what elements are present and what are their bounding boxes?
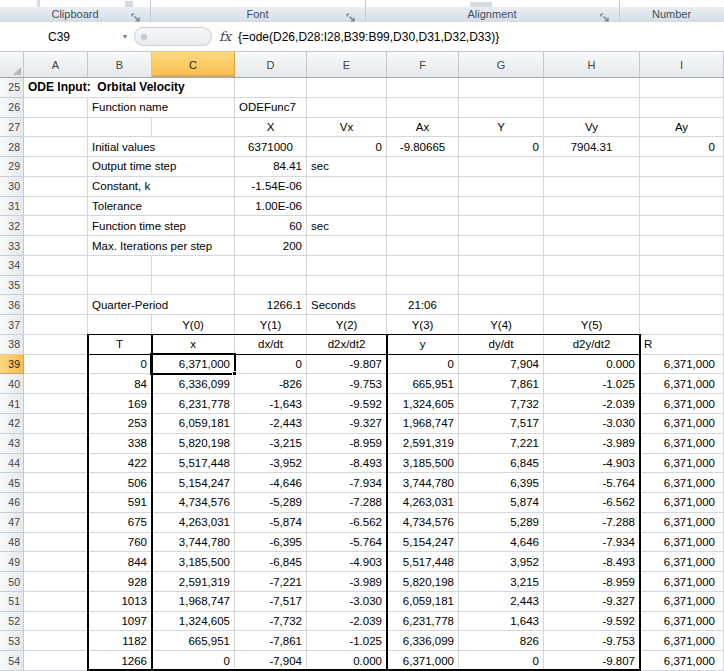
row-header-36[interactable]: 36 bbox=[0, 295, 24, 315]
cell-E38[interactable]: d2x/dt2 bbox=[307, 335, 387, 355]
cell-C47[interactable]: 4,263,031 bbox=[152, 513, 235, 533]
cell-F44[interactable]: 3,185,500 bbox=[387, 454, 459, 474]
cell-A44[interactable] bbox=[24, 454, 88, 474]
cell-A28[interactable] bbox=[24, 137, 88, 157]
cell-E48[interactable]: -5.764 bbox=[307, 533, 387, 553]
cell-B42[interactable]: 253 bbox=[88, 414, 152, 434]
row-header-53[interactable]: 53 bbox=[0, 631, 24, 651]
cell-H54[interactable]: -9.807 bbox=[544, 651, 640, 671]
cell-F31[interactable] bbox=[387, 197, 459, 217]
cell-H44[interactable]: -4.903 bbox=[544, 454, 640, 474]
cell-F27[interactable]: Ax bbox=[387, 118, 459, 138]
cell-D50[interactable]: -7,221 bbox=[235, 572, 307, 592]
cell-E27[interactable]: Vx bbox=[307, 118, 387, 138]
cell-G32[interactable] bbox=[459, 216, 544, 236]
cell-F29[interactable] bbox=[387, 157, 459, 177]
cell-A41[interactable] bbox=[24, 394, 88, 414]
cell-I37[interactable] bbox=[640, 315, 724, 335]
name-box[interactable]: C39 bbox=[0, 22, 118, 51]
cell-D53[interactable]: -7,861 bbox=[235, 631, 307, 651]
cell-F30[interactable] bbox=[387, 177, 459, 197]
cell-F26[interactable] bbox=[387, 98, 459, 118]
cell-D46[interactable]: -5,289 bbox=[235, 493, 307, 513]
cell-B26[interactable]: Function name bbox=[88, 98, 235, 118]
cell-I39[interactable]: 6,371,000 bbox=[640, 355, 724, 375]
cell-I28[interactable]: 0 bbox=[640, 137, 724, 157]
cell-I33[interactable] bbox=[640, 236, 724, 256]
formula-bar-splitter[interactable] bbox=[134, 27, 212, 46]
cell-C34[interactable] bbox=[152, 256, 235, 276]
cell-F42[interactable]: 1,968,747 bbox=[387, 414, 459, 434]
cell-B50[interactable]: 928 bbox=[88, 572, 152, 592]
alignment-dialog-launcher-icon[interactable] bbox=[600, 9, 610, 19]
row-header-47[interactable]: 47 bbox=[0, 513, 24, 533]
cell-C52[interactable]: 1,324,605 bbox=[152, 612, 235, 632]
cell-I34[interactable] bbox=[640, 256, 724, 276]
cell-D52[interactable]: -7,732 bbox=[235, 612, 307, 632]
cell-G25[interactable] bbox=[459, 78, 544, 98]
cell-G40[interactable]: 7,861 bbox=[459, 374, 544, 394]
cell-G36[interactable] bbox=[459, 295, 544, 315]
cell-B30[interactable]: Constant, k bbox=[88, 177, 235, 197]
cell-H47[interactable]: -7.288 bbox=[544, 513, 640, 533]
cell-C50[interactable]: 2,591,319 bbox=[152, 572, 235, 592]
cell-E35[interactable] bbox=[307, 276, 387, 296]
cell-A38[interactable] bbox=[24, 335, 88, 355]
row-header-45[interactable]: 45 bbox=[0, 473, 24, 493]
cell-D54[interactable]: -7,904 bbox=[235, 651, 307, 671]
cell-B54[interactable]: 1266 bbox=[88, 651, 152, 671]
cell-B39[interactable]: 0 bbox=[88, 355, 152, 375]
cell-E49[interactable]: -4.903 bbox=[307, 552, 387, 572]
cell-B28[interactable]: Initial values bbox=[88, 137, 235, 157]
cell-B47[interactable]: 675 bbox=[88, 513, 152, 533]
row-header-30[interactable]: 30 bbox=[0, 177, 24, 197]
cell-H35[interactable] bbox=[544, 276, 640, 296]
cell-G52[interactable]: 1,643 bbox=[459, 612, 544, 632]
cell-G38[interactable]: dy/dt bbox=[459, 335, 544, 355]
cell-F36[interactable]: 21:06 bbox=[387, 295, 459, 315]
cell-C42[interactable]: 6,059,181 bbox=[152, 414, 235, 434]
cell-H36[interactable] bbox=[544, 295, 640, 315]
cell-G49[interactable]: 3,952 bbox=[459, 552, 544, 572]
row-header-39[interactable]: 39 bbox=[0, 355, 24, 375]
cell-A43[interactable] bbox=[24, 434, 88, 454]
cell-H37[interactable]: Y(5) bbox=[544, 315, 640, 335]
cell-A33[interactable] bbox=[24, 236, 88, 256]
cell-F49[interactable]: 5,517,448 bbox=[387, 552, 459, 572]
cell-H32[interactable] bbox=[544, 216, 640, 236]
cell-G51[interactable]: 2,443 bbox=[459, 592, 544, 612]
column-header-A[interactable]: A bbox=[24, 52, 88, 77]
cell-C54[interactable]: 0 bbox=[152, 651, 235, 671]
cell-A35[interactable] bbox=[24, 276, 88, 296]
cell-I54[interactable]: 6,371,000 bbox=[640, 651, 724, 671]
cell-G28[interactable]: 0 bbox=[459, 137, 544, 157]
cell-E42[interactable]: -9.327 bbox=[307, 414, 387, 434]
column-header-H[interactable]: H bbox=[544, 52, 640, 77]
cell-C49[interactable]: 3,185,500 bbox=[152, 552, 235, 572]
cell-D51[interactable]: -7,517 bbox=[235, 592, 307, 612]
column-header-C[interactable]: C bbox=[152, 52, 235, 77]
row-header-26[interactable]: 26 bbox=[0, 98, 24, 118]
row-header-48[interactable]: 48 bbox=[0, 533, 24, 553]
cell-A48[interactable] bbox=[24, 533, 88, 553]
cell-E37[interactable]: Y(2) bbox=[307, 315, 387, 335]
cell-E25[interactable] bbox=[307, 78, 387, 98]
cell-I27[interactable]: Ay bbox=[640, 118, 724, 138]
cell-H51[interactable]: -9.327 bbox=[544, 592, 640, 612]
cell-E36[interactable]: Seconds bbox=[307, 295, 387, 315]
cell-I46[interactable]: 6,371,000 bbox=[640, 493, 724, 513]
cell-H33[interactable] bbox=[544, 236, 640, 256]
cell-A32[interactable] bbox=[24, 216, 88, 236]
cell-I40[interactable]: 6,371,000 bbox=[640, 374, 724, 394]
cell-F34[interactable] bbox=[387, 256, 459, 276]
cell-F51[interactable]: 6,059,181 bbox=[387, 592, 459, 612]
cell-B51[interactable]: 1013 bbox=[88, 592, 152, 612]
cell-G34[interactable] bbox=[459, 256, 544, 276]
cell-I50[interactable]: 6,371,000 bbox=[640, 572, 724, 592]
cell-E47[interactable]: -6.562 bbox=[307, 513, 387, 533]
row-header-29[interactable]: 29 bbox=[0, 157, 24, 177]
cell-B41[interactable]: 169 bbox=[88, 394, 152, 414]
cell-H45[interactable]: -5.764 bbox=[544, 473, 640, 493]
cell-C44[interactable]: 5,517,448 bbox=[152, 454, 235, 474]
row-header-34[interactable]: 34 bbox=[0, 256, 24, 276]
